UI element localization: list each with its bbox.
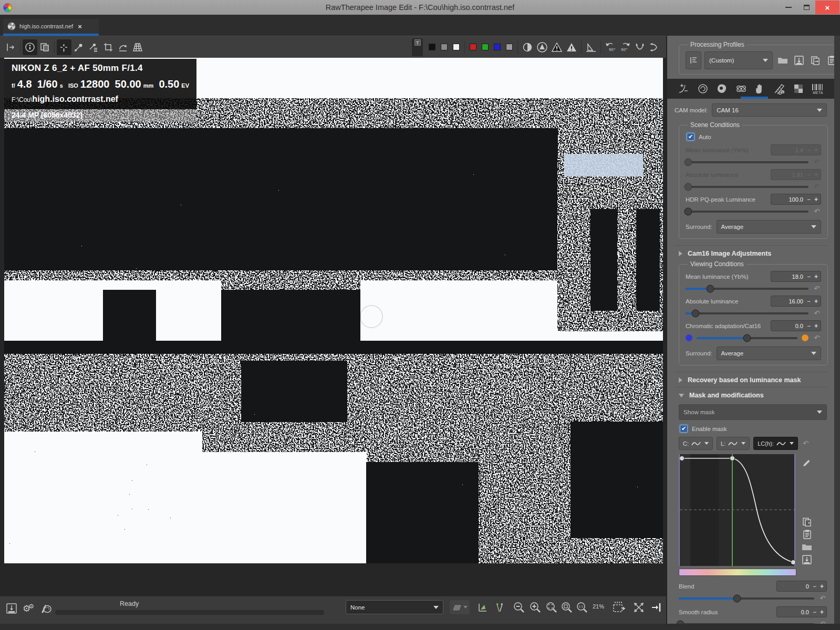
plus-icon[interactable]: + bbox=[820, 609, 824, 615]
focus-mask-icon[interactable] bbox=[535, 39, 549, 55]
scene-absolute-luminance-spin[interactable]: 1.91 − + bbox=[771, 169, 821, 180]
paste-profile-icon[interactable] bbox=[825, 53, 834, 68]
reset-icon[interactable]: ↶ bbox=[813, 159, 821, 165]
filter-profile-select[interactable]: None bbox=[346, 600, 443, 614]
tab-raw[interactable] bbox=[791, 80, 806, 98]
c-curve-button[interactable]: C: bbox=[679, 437, 713, 450]
new-crop-window-icon[interactable] bbox=[612, 601, 626, 614]
hdr-pq-peak-spin[interactable]: 100.0 − + bbox=[771, 194, 821, 205]
blend-spin[interactable]: 0 − + bbox=[776, 581, 827, 592]
show-mask-select[interactable]: Show mask bbox=[679, 404, 827, 420]
profile-fill-mode-button[interactable] bbox=[686, 51, 701, 69]
shadow-clipping-icon[interactable] bbox=[549, 39, 564, 55]
panel-scrollbar[interactable] bbox=[834, 36, 840, 624]
paste-curve-icon[interactable] bbox=[800, 528, 813, 541]
recovery-expander[interactable]: Recovery based on luminance mask bbox=[675, 372, 827, 387]
blend-slider[interactable] bbox=[679, 597, 814, 600]
split-preview-icon[interactable] bbox=[493, 601, 506, 614]
plus-icon[interactable]: + bbox=[814, 274, 818, 280]
minus-icon[interactable]: − bbox=[807, 323, 811, 329]
smooth-radius-spin[interactable]: 0.0 − + bbox=[776, 606, 827, 617]
hdr-pq-peak-slider[interactable] bbox=[686, 211, 808, 213]
info-icon[interactable] bbox=[23, 39, 37, 55]
highlight-clipping-icon[interactable] bbox=[564, 39, 579, 55]
before-after-icon[interactable] bbox=[37, 39, 52, 55]
tab-selective-editing[interactable] bbox=[752, 80, 768, 98]
reset-icon[interactable]: ↶ bbox=[813, 334, 821, 341]
viewing-mean-luminance-slider[interactable] bbox=[686, 288, 808, 290]
minus-icon[interactable]: − bbox=[807, 172, 811, 178]
chromatic-adaptation-spin[interactable]: 0.0 − + bbox=[771, 320, 821, 331]
before-after-vertical-icon[interactable] bbox=[476, 601, 490, 614]
green-channel-swatch[interactable] bbox=[482, 44, 489, 50]
load-curve-icon[interactable] bbox=[800, 541, 813, 553]
crop-tool-icon[interactable] bbox=[101, 39, 116, 55]
reset-icon[interactable]: ↶ bbox=[813, 310, 821, 317]
tab-exposure[interactable] bbox=[676, 80, 691, 98]
save-profile-icon[interactable] bbox=[792, 53, 805, 68]
edit-curve-pencil-icon[interactable] bbox=[800, 455, 813, 468]
lch-curve-button[interactable]: LC(h): bbox=[753, 437, 798, 450]
minus-icon[interactable]: − bbox=[807, 147, 811, 153]
minus-icon[interactable]: − bbox=[807, 298, 811, 304]
rotate-right-90-icon[interactable]: 90° bbox=[618, 39, 632, 55]
flip-horizontal-icon[interactable] bbox=[647, 39, 662, 55]
send-to-editor-icon[interactable] bbox=[39, 601, 54, 616]
cam-model-select[interactable]: CAM 16 bbox=[712, 103, 827, 117]
zoom-out-icon[interactable] bbox=[512, 601, 526, 614]
auto-checkbox[interactable]: ✔ bbox=[687, 133, 694, 141]
reset-icon[interactable]: ↶ bbox=[813, 208, 821, 215]
luminance-swatch[interactable] bbox=[506, 44, 513, 50]
image-preview[interactable]: NIKON Z 6_2 + AF 50mm F/1.4 f/4.8 1/60s … bbox=[4, 58, 663, 563]
bg-white-swatch[interactable] bbox=[453, 44, 460, 50]
zoom-100-icon[interactable]: 1:1 bbox=[575, 601, 589, 614]
viewing-mean-luminance-spin[interactable]: 18.0 − + bbox=[771, 271, 821, 282]
l-curve-button[interactable]: L: bbox=[717, 437, 750, 450]
plus-icon[interactable]: + bbox=[814, 323, 818, 329]
zoom-fit-icon[interactable] bbox=[545, 601, 558, 614]
plus-icon[interactable]: + bbox=[820, 583, 824, 590]
bg-black-swatch[interactable] bbox=[429, 44, 435, 50]
minus-icon[interactable]: − bbox=[807, 274, 811, 280]
straighten-tool-icon[interactable] bbox=[116, 39, 130, 55]
viewing-absolute-luminance-slider[interactable] bbox=[686, 312, 808, 314]
minus-icon[interactable]: − bbox=[813, 583, 816, 590]
enable-mask-checkbox[interactable]: ✔ bbox=[680, 425, 688, 433]
image-tab[interactable]: high.iso.contrrast.nef × bbox=[3, 19, 99, 34]
lch-curve-editor[interactable] bbox=[679, 454, 795, 566]
plus-icon[interactable]: + bbox=[814, 196, 818, 203]
color-picker-icon[interactable] bbox=[71, 39, 86, 55]
sharpening-mask-icon[interactable] bbox=[584, 39, 598, 55]
scene-mean-luminance-spin[interactable]: 1.4 − + bbox=[771, 144, 821, 155]
copy-curve-icon[interactable] bbox=[800, 516, 813, 528]
tab-transform[interactable] bbox=[772, 80, 787, 98]
tab-metadata[interactable]: META bbox=[810, 80, 826, 98]
load-profile-icon[interactable] bbox=[776, 53, 789, 68]
copy-profile-icon[interactable] bbox=[808, 53, 822, 68]
quick-profile-button[interactable] bbox=[450, 600, 470, 614]
minus-icon[interactable]: − bbox=[813, 609, 816, 615]
viewing-surround-select[interactable]: Average bbox=[717, 346, 821, 360]
scene-absolute-luminance-slider[interactable] bbox=[686, 186, 808, 188]
pan-tool-icon[interactable] bbox=[57, 39, 71, 55]
shadow-preview-icon[interactable] bbox=[520, 39, 535, 55]
scene-surround-select[interactable]: Average bbox=[717, 220, 821, 234]
dock-left-toggle-icon[interactable] bbox=[3, 39, 18, 55]
reset-icon[interactable]: ↶ bbox=[802, 440, 810, 447]
fullscreen-icon[interactable] bbox=[632, 601, 646, 614]
tab-color[interactable] bbox=[714, 80, 730, 98]
tab-detail[interactable] bbox=[695, 80, 711, 98]
batch-queue-icon[interactable]: ⚙⚙ bbox=[21, 601, 36, 616]
white-balance-picker-icon[interactable] bbox=[86, 39, 101, 55]
reset-icon[interactable]: ↶ bbox=[818, 595, 827, 602]
reset-icon[interactable]: ↶ bbox=[813, 285, 821, 292]
save-image-icon[interactable] bbox=[4, 601, 19, 616]
bg-gray-swatch[interactable] bbox=[441, 44, 448, 50]
plus-icon[interactable]: + bbox=[814, 147, 818, 153]
perspective-tool-icon[interactable] bbox=[130, 39, 145, 55]
blue-channel-swatch[interactable] bbox=[494, 44, 501, 50]
viewing-absolute-luminance-spin[interactable]: 16.00 − + bbox=[771, 296, 821, 307]
tab-advanced[interactable] bbox=[733, 80, 749, 98]
background-color-selector[interactable]: T bbox=[412, 38, 423, 56]
plus-icon[interactable]: + bbox=[814, 298, 818, 304]
